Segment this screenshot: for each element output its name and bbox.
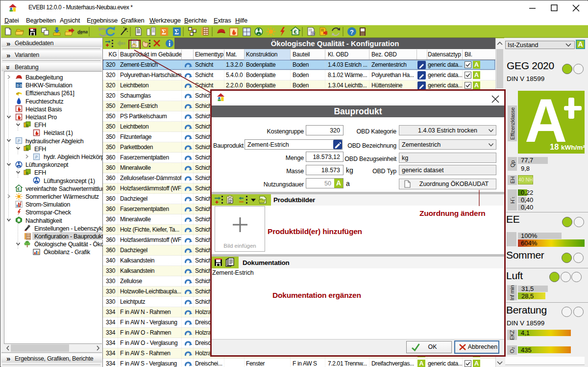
svg-text:5·5: 5·5	[17, 83, 23, 88]
svg-text:?: ?	[350, 28, 354, 36]
svg-text:dena: dena	[77, 29, 88, 34]
svg-text:€: €	[294, 29, 297, 35]
svg-text:Σ: Σ	[174, 28, 179, 36]
svg-text:W: W	[312, 32, 316, 35]
svg-text:P: P	[17, 138, 21, 143]
svg-text:P: P	[35, 155, 38, 159]
svg-text:€: €	[18, 186, 20, 191]
svg-text:Σ: Σ	[162, 28, 166, 36]
